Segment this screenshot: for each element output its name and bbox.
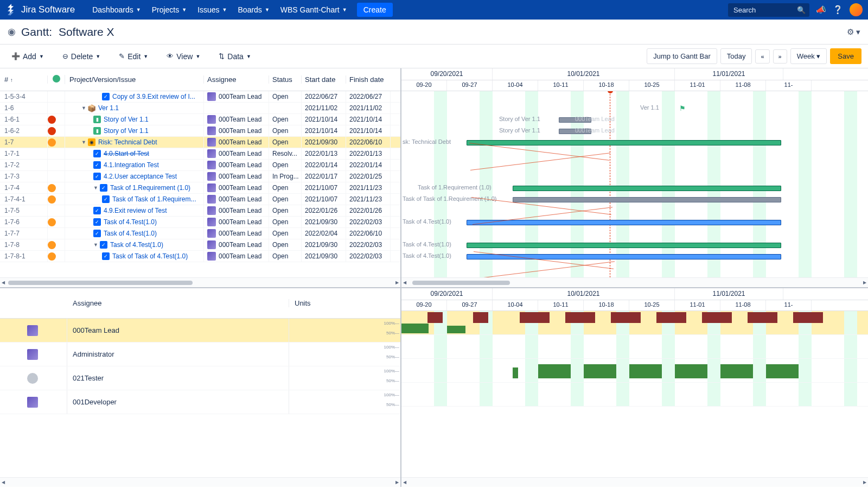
sort-icon[interactable]: ↑ (10, 77, 13, 83)
delete-button[interactable]: ⊖Delete▼ (58, 49, 105, 64)
nav-item-projects[interactable]: Projects▼ (146, 5, 193, 14)
add-button[interactable]: ➕Add▼ (7, 49, 49, 64)
table-row[interactable]: 1-7-4-1 ✓Task of Task of 1.Requirem... 0… (0, 194, 400, 205)
gantt-bar[interactable] (467, 243, 781, 248)
avatar-icon (207, 138, 216, 147)
col-status[interactable]: Status (269, 75, 302, 84)
issue-link[interactable]: Task of Task of 1.Requirem... (112, 195, 196, 203)
issue-link[interactable]: 4.9.Exit review of Test (104, 207, 167, 214)
plus-icon: ➕ (11, 52, 20, 60)
issue-link[interactable]: Ver 1.1 (98, 104, 119, 112)
resource-row[interactable]: 021Tester 100%— 50%— (0, 366, 400, 390)
col-start[interactable]: Start date (302, 75, 346, 84)
view-button[interactable]: 👁View▼ (162, 49, 205, 64)
edit-button[interactable]: ✎Edit▼ (114, 49, 153, 64)
issue-link[interactable]: Copy of 3.9.Exit review of I... (112, 93, 195, 100)
jira-logo[interactable]: Jira Software (5, 4, 75, 16)
issue-link[interactable]: Task of 4.Test(1.0) (104, 230, 157, 237)
gantt-bar[interactable] (467, 220, 781, 225)
issue-link[interactable]: Risk: Technical Debt (98, 138, 157, 146)
search-input[interactable] (728, 3, 809, 17)
task-icon: ✓ (93, 150, 101, 157)
gantt-month-header: 09/20/202110/01/202111/01/2021 (401, 68, 868, 80)
issue-link[interactable]: Story of Ver 1.1 (104, 116, 149, 123)
table-row[interactable]: 1-7-1 ✓4.0.Start of Test 000Team Lead Re… (0, 148, 400, 160)
gantt-bar[interactable] (513, 197, 781, 202)
load-normal (675, 364, 707, 378)
resource-gantt-h-scrollbar[interactable] (401, 477, 868, 487)
table-row[interactable]: 1-6 ▼📦Ver 1.1 2021/11/02 2021/11/02 (0, 103, 400, 114)
gantt-h-scrollbar[interactable] (401, 277, 868, 287)
nav-item-boards[interactable]: Boards▼ (233, 5, 275, 14)
table-row[interactable]: 1-7-7 ✓Task of 4.Test(1.0) 000Team Lead … (0, 228, 400, 239)
nav-item-dashboards[interactable]: Dashboards▼ (87, 5, 146, 14)
gantt-chart-area[interactable]: Ver 1.1⚑Story of Ver 1.1000Team LeadStor… (401, 91, 868, 277)
resource-row[interactable]: 000Team Lead 100%— 50%— (0, 319, 400, 343)
expand-icon[interactable]: ▼ (93, 185, 100, 191)
load-normal (513, 367, 518, 378)
megaphone-icon[interactable]: 📣 (816, 5, 826, 15)
avatar-icon (27, 325, 38, 336)
expand-icon[interactable]: ▼ (81, 140, 88, 145)
load-normal (538, 364, 571, 378)
data-button[interactable]: ⇅Data▼ (214, 49, 256, 64)
period-dropdown[interactable]: Week ▾ (790, 48, 827, 64)
resource-row[interactable]: Administrator 100%— 50%— (0, 343, 400, 366)
issue-link[interactable]: Task of Task of 4.Test(1.0) (112, 252, 188, 260)
table-row[interactable]: 1-7-2 ✓4.1.Integration Test 000Team Lead… (0, 160, 400, 171)
col-res-assignee[interactable]: Assignee (67, 299, 289, 307)
avatar-icon (207, 252, 216, 261)
issue-link[interactable]: Task of 4.Test(1.0) (104, 218, 157, 226)
issue-link[interactable]: 4.1.Integration Test (104, 161, 159, 169)
milestone-flag-icon: ⚑ (679, 104, 686, 112)
save-button[interactable]: Save (830, 48, 861, 64)
table-row[interactable]: 1-6-2 ▮Story of Ver 1.1 000Team Lead Ope… (0, 125, 400, 137)
table-row[interactable]: 1-7-5 ✓4.9.Exit review of Test 000Team L… (0, 205, 400, 217)
resource-chart-area[interactable] (401, 311, 868, 477)
avatar-icon (207, 195, 216, 204)
table-row[interactable]: 1-7-8 ▼✓Task of 4.Test(1.0) 000Team Lead… (0, 239, 400, 251)
gantt-bar-label: Task of 1.Requirement (1.0) (418, 184, 492, 191)
resource-h-scrollbar[interactable] (0, 477, 400, 487)
issue-link[interactable]: Task of 4.Test(1.0) (110, 241, 163, 249)
issue-link[interactable]: 4.2.User acceptance Test (104, 173, 177, 180)
table-row[interactable]: 1-7-4 ▼✓Task of 1.Requirement (1.0) 000T… (0, 182, 400, 194)
col-issue[interactable]: Project/Version/Issue (65, 75, 204, 84)
prev-button[interactable]: « (755, 49, 769, 64)
jump-button[interactable]: Jump to Gantt Bar (647, 48, 717, 64)
gantt-bar-label: Ver 1.1 (640, 104, 659, 111)
load-normal (720, 364, 753, 378)
task-icon: ✓ (102, 195, 110, 203)
expand-icon[interactable]: ▼ (93, 242, 100, 248)
story-icon: ▮ (93, 127, 101, 135)
load-overbook (520, 312, 550, 323)
table-row[interactable]: 1-6-1 ▮Story of Ver 1.1 000Team Lead Ope… (0, 114, 400, 125)
next-button[interactable]: » (773, 49, 787, 64)
gantt-bar[interactable] (513, 186, 781, 191)
user-avatar[interactable] (850, 3, 863, 16)
col-finish[interactable]: Finish date (346, 75, 391, 84)
table-row[interactable]: 1-7 ▼◉Risk: Technical Debt 000Team Lead … (0, 137, 400, 148)
gantt-bar-label: Task of 4.Test(1.0) (403, 241, 451, 248)
grid-h-scrollbar[interactable] (0, 277, 400, 287)
nav-item-wbs-gantt-chart[interactable]: WBS Gantt-Chart▼ (275, 5, 353, 14)
issue-link[interactable]: Story of Ver 1.1 (104, 127, 149, 135)
gantt-bar-label: Task of 4.Test(1.0) (403, 218, 451, 225)
today-button[interactable]: Today (720, 48, 752, 64)
nav-item-issues[interactable]: Issues▼ (192, 5, 232, 14)
help-icon[interactable]: ❔ (833, 5, 843, 15)
col-res-units[interactable]: Units (289, 299, 400, 307)
col-assignee[interactable]: Assignee (204, 75, 269, 84)
settings-icon[interactable]: ⚙ ▾ (847, 27, 860, 37)
create-button[interactable]: Create (357, 3, 393, 17)
issue-link[interactable]: 4.0.Start of Test (104, 150, 149, 157)
table-row[interactable]: 1-7-3 ✓4.2.User acceptance Test 000Team … (0, 171, 400, 182)
resource-row[interactable]: 001Developer 100%— 50%— (0, 390, 400, 414)
issue-link[interactable]: Task of 1.Requirement (1.0) (110, 184, 190, 192)
table-row[interactable]: 1-7-8-1 ✓Task of Task of 4.Test(1.0) 000… (0, 251, 400, 262)
load-overbook (611, 312, 641, 323)
table-row[interactable]: 1-7-6 ✓Task of 4.Test(1.0) 000Team Lead … (0, 217, 400, 228)
gantt-bar[interactable] (467, 140, 781, 145)
story-icon: ▮ (93, 116, 101, 123)
table-row[interactable]: 1-5-3-4 ✓Copy of 3.9.Exit review of I...… (0, 91, 400, 103)
